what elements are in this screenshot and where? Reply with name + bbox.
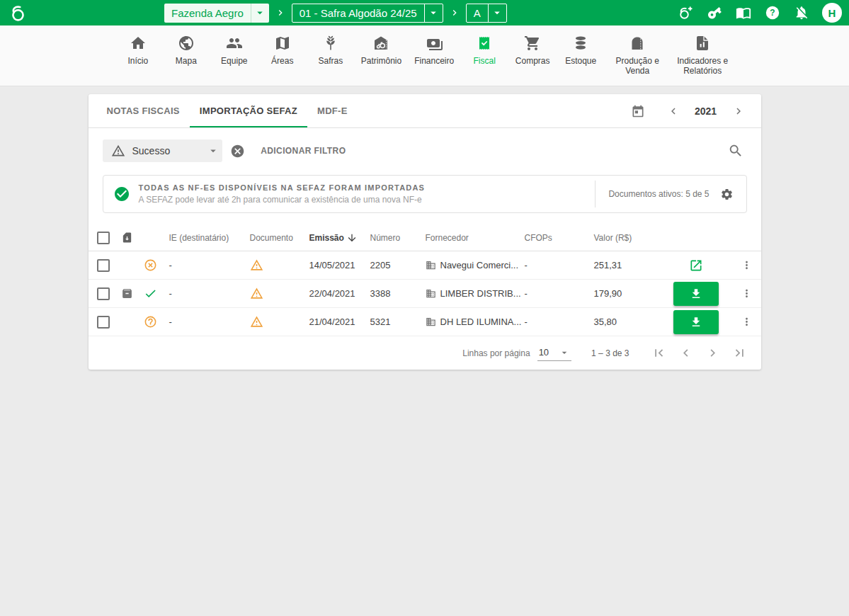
nav-item-patrimonio[interactable]: Patrimônio: [357, 35, 406, 67]
pagination: Linhas por página 10 1 – 3 de 3: [89, 336, 761, 370]
check-circle-icon: [113, 186, 130, 203]
documento-warning-icon[interactable]: [250, 315, 309, 329]
season-selector[interactable]: 01 - Safra Algodão 24/25: [292, 4, 443, 23]
help-icon[interactable]: ?: [764, 4, 781, 21]
table-row[interactable]: - 21/04/2021 5321 DH LED ILUMINA... - 35…: [89, 308, 761, 336]
first-page-button[interactable]: [648, 342, 671, 365]
nav-label: Início: [127, 57, 148, 67]
col-cfops[interactable]: CFOPs: [525, 233, 594, 243]
nav-item-mapa[interactable]: Mapa: [164, 35, 208, 67]
nav-item-inicio[interactable]: Início: [116, 35, 160, 67]
download-icon: [690, 316, 702, 329]
cell-cfops: -: [525, 260, 594, 270]
prev-year-button[interactable]: [662, 100, 685, 122]
nav-item-fiscal[interactable]: Fiscal: [462, 35, 506, 67]
plot-selector[interactable]: A: [466, 4, 507, 23]
user-avatar[interactable]: H: [822, 3, 842, 23]
chevron-down-icon[interactable]: [207, 144, 220, 157]
stacked-discs-icon: [572, 35, 589, 52]
col-ie[interactable]: IE (destinatário): [169, 233, 250, 243]
nav-label: Equipe: [221, 57, 247, 67]
nav-label: Áreas: [271, 57, 293, 67]
col-emissao[interactable]: Emissão: [309, 232, 370, 244]
kebab-icon: [741, 316, 753, 328]
cell-numero: 5321: [370, 316, 426, 327]
nav-item-safras[interactable]: Safras: [309, 35, 353, 67]
table-row[interactable]: - 14/05/2021 2205 Navegui Comerci... - 2…: [89, 251, 761, 280]
report-doc-icon: [694, 35, 711, 52]
rows-per-page-select[interactable]: 10: [537, 346, 571, 361]
row-checkbox[interactable]: [97, 316, 110, 329]
table-row[interactable]: - 22/04/2021 3388 LIMBER DISTRIB... - 17…: [89, 280, 761, 308]
col-fornecedor[interactable]: Fornecedor: [426, 233, 525, 243]
plot-selector-label: A: [467, 7, 488, 19]
nav-label: Financeiro: [414, 57, 454, 67]
kebab-icon: [741, 287, 753, 300]
rows-per-page-label: Linhas por página: [462, 348, 530, 358]
clear-filter-button[interactable]: [229, 143, 245, 159]
col-valor[interactable]: Valor (R$): [594, 233, 659, 243]
chevron-down-icon[interactable]: [251, 4, 269, 23]
gear-icon[interactable]: [718, 185, 736, 203]
rows-per-page-value: 10: [539, 347, 549, 358]
import-column-icon: [121, 232, 144, 244]
nav-item-producao-venda[interactable]: Produção e Venda: [607, 35, 668, 76]
silo-icon: [629, 35, 646, 52]
nav-item-equipe[interactable]: Equipe: [212, 35, 256, 67]
aegro-add-icon[interactable]: [677, 4, 694, 21]
farm-selector[interactable]: Fazenda Aegro: [164, 4, 269, 23]
status-filter-chip[interactable]: Sucesso: [103, 139, 223, 162]
tab-importacao-sefaz[interactable]: IMPORTAÇÃO SEFAZ: [190, 94, 307, 127]
nav-label: Compras: [515, 57, 550, 67]
col-numero[interactable]: Número: [370, 233, 426, 243]
search-icon[interactable]: [724, 139, 747, 162]
cell-valor: 179,90: [594, 288, 659, 299]
prev-page-button[interactable]: [675, 342, 697, 365]
chevron-down-icon[interactable]: [424, 4, 443, 22]
tab-notas-fiscais[interactable]: NOTAS FISCAIS: [97, 94, 190, 127]
key-icon[interactable]: [706, 4, 723, 21]
calendar-icon[interactable]: [627, 100, 649, 122]
select-all-checkbox[interactable]: [97, 232, 110, 244]
add-filter-button[interactable]: ADICIONAR FILTRO: [261, 146, 346, 156]
year-navigator: 2021: [662, 100, 750, 122]
next-page-button[interactable]: [702, 342, 724, 365]
nav-item-areas[interactable]: Áreas: [261, 35, 304, 67]
documento-warning-icon[interactable]: [250, 287, 309, 300]
row-checkbox[interactable]: [97, 259, 110, 272]
documento-warning-icon[interactable]: [250, 258, 309, 272]
cell-emissao: 22/04/2021: [309, 288, 370, 299]
status-unknown-icon: [144, 315, 169, 329]
cell-ie: -: [169, 288, 250, 299]
tabbar: NOTAS FISCAIS IMPORTAÇÃO SEFAZ MDF-E 202…: [89, 94, 761, 128]
cell-cfops: -: [525, 288, 594, 299]
nav-item-indicadores[interactable]: Indicadores e Relatórios: [672, 35, 733, 76]
row-checkbox[interactable]: [97, 287, 110, 300]
download-button[interactable]: [673, 282, 719, 306]
row-menu-button[interactable]: [733, 287, 761, 300]
building-icon: [426, 288, 436, 299]
nav-label: Fiscal: [474, 57, 496, 67]
building-icon: [426, 260, 436, 270]
next-year-button[interactable]: [727, 100, 750, 122]
open-external-button[interactable]: [659, 258, 733, 273]
nav-item-financeiro[interactable]: Financeiro: [410, 35, 458, 67]
cart-icon: [524, 35, 541, 52]
row-menu-button[interactable]: [733, 316, 761, 328]
context-selectors: Fazenda Aegro 01 - Safra Algodão 24/25 A: [164, 4, 507, 23]
nav-item-compras[interactable]: Compras: [511, 35, 554, 67]
sefaz-import-card: NOTAS FISCAIS IMPORTAÇÃO SEFAZ MDF-E 202…: [89, 94, 761, 370]
row-menu-button[interactable]: [733, 259, 761, 271]
nav-item-estoque[interactable]: Estoque: [559, 35, 603, 67]
cell-fornecedor: Navegui Comerci...: [426, 260, 525, 270]
download-button[interactable]: [673, 310, 719, 334]
banner-text: TODAS AS NF-ES DISPONÍVEIS NA SEFAZ FORA…: [139, 183, 426, 205]
last-page-button[interactable]: [729, 342, 751, 365]
tab-mdf-e[interactable]: MDF-E: [307, 94, 358, 127]
col-documento[interactable]: Documento: [250, 233, 309, 243]
book-icon[interactable]: [735, 4, 752, 21]
banknote-icon: [425, 35, 443, 52]
notifications-off-icon[interactable]: [793, 4, 810, 21]
chevron-down-icon[interactable]: [488, 4, 506, 22]
banner-subtitle: A SEFAZ pode levar até 2h para comunicar…: [139, 195, 426, 205]
